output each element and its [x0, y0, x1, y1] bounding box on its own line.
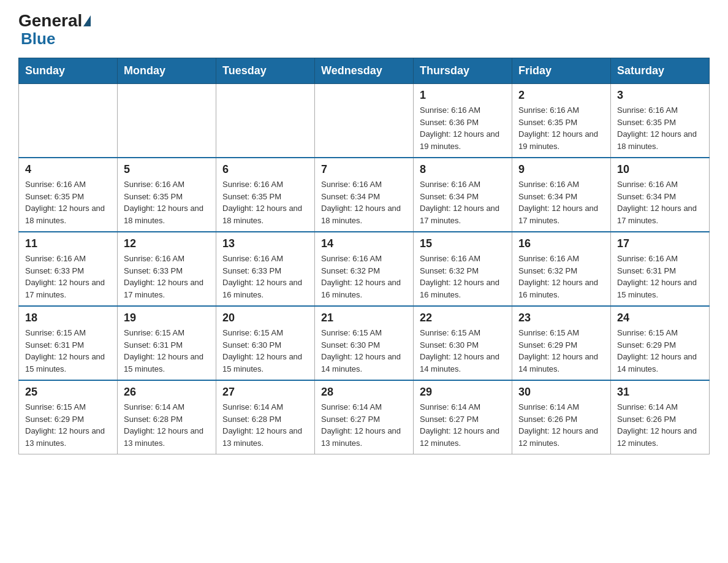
day-number: 11 [25, 237, 111, 250]
calendar-week-row: 18Sunrise: 6:15 AM Sunset: 6:31 PM Dayli… [19, 306, 710, 380]
day-number: 20 [222, 312, 308, 324]
calendar-week-row: 11Sunrise: 6:16 AM Sunset: 6:33 PM Dayli… [19, 232, 710, 306]
day-info: Sunrise: 6:15 AM Sunset: 6:31 PM Dayligh… [124, 327, 210, 375]
day-number: 12 [124, 237, 210, 250]
day-number: 10 [617, 163, 703, 176]
day-info: Sunrise: 6:14 AM Sunset: 6:27 PM Dayligh… [321, 401, 407, 449]
day-number: 7 [321, 163, 407, 176]
day-info: Sunrise: 6:16 AM Sunset: 6:34 PM Dayligh… [518, 178, 604, 226]
calendar-cell: 21Sunrise: 6:15 AM Sunset: 6:30 PM Dayli… [315, 306, 414, 380]
day-number: 13 [222, 237, 308, 250]
day-info: Sunrise: 6:15 AM Sunset: 6:30 PM Dayligh… [222, 327, 308, 375]
day-number: 14 [321, 237, 407, 250]
day-number: 6 [222, 163, 308, 176]
col-header-wednesday: Wednesday [315, 58, 414, 84]
col-header-monday: Monday [118, 58, 216, 84]
calendar-week-row: 25Sunrise: 6:15 AM Sunset: 6:29 PM Dayli… [19, 380, 710, 454]
calendar-cell: 18Sunrise: 6:15 AM Sunset: 6:31 PM Dayli… [19, 306, 118, 380]
calendar-cell: 14Sunrise: 6:16 AM Sunset: 6:32 PM Dayli… [315, 232, 414, 306]
calendar-cell: 22Sunrise: 6:15 AM Sunset: 6:30 PM Dayli… [414, 306, 512, 380]
calendar-cell: 27Sunrise: 6:14 AM Sunset: 6:28 PM Dayli… [216, 380, 315, 454]
calendar-cell: 5Sunrise: 6:16 AM Sunset: 6:35 PM Daylig… [118, 158, 216, 232]
day-info: Sunrise: 6:16 AM Sunset: 6:32 PM Dayligh… [321, 253, 407, 301]
header: General Blue [18, 12, 710, 47]
calendar-cell [216, 84, 315, 158]
calendar-cell [315, 84, 414, 158]
day-info: Sunrise: 6:14 AM Sunset: 6:28 PM Dayligh… [222, 401, 308, 449]
calendar-week-row: 1Sunrise: 6:16 AM Sunset: 6:36 PM Daylig… [19, 84, 710, 158]
day-info: Sunrise: 6:16 AM Sunset: 6:35 PM Dayligh… [222, 178, 308, 226]
day-info: Sunrise: 6:15 AM Sunset: 6:29 PM Dayligh… [617, 327, 703, 375]
calendar-cell: 13Sunrise: 6:16 AM Sunset: 6:33 PM Dayli… [216, 232, 315, 306]
day-info: Sunrise: 6:15 AM Sunset: 6:31 PM Dayligh… [25, 327, 111, 375]
col-header-sunday: Sunday [19, 58, 118, 84]
calendar-cell: 28Sunrise: 6:14 AM Sunset: 6:27 PM Dayli… [315, 380, 414, 454]
calendar-cell: 9Sunrise: 6:16 AM Sunset: 6:34 PM Daylig… [512, 158, 611, 232]
logo-triangle-icon [83, 15, 91, 26]
calendar-cell [19, 84, 118, 158]
day-info: Sunrise: 6:16 AM Sunset: 6:35 PM Dayligh… [124, 178, 210, 226]
day-number: 25 [25, 386, 111, 399]
calendar-cell: 1Sunrise: 6:16 AM Sunset: 6:36 PM Daylig… [414, 84, 512, 158]
day-number: 19 [124, 312, 210, 324]
logo-general-text: General [18, 11, 82, 30]
day-info: Sunrise: 6:14 AM Sunset: 6:26 PM Dayligh… [518, 401, 604, 449]
day-number: 15 [420, 237, 506, 250]
calendar-cell: 31Sunrise: 6:14 AM Sunset: 6:26 PM Dayli… [611, 380, 710, 454]
day-info: Sunrise: 6:14 AM Sunset: 6:28 PM Dayligh… [124, 401, 210, 449]
calendar-cell: 23Sunrise: 6:15 AM Sunset: 6:29 PM Dayli… [512, 306, 611, 380]
day-info: Sunrise: 6:16 AM Sunset: 6:33 PM Dayligh… [25, 253, 111, 301]
day-info: Sunrise: 6:16 AM Sunset: 6:34 PM Dayligh… [321, 178, 407, 226]
calendar-week-row: 4Sunrise: 6:16 AM Sunset: 6:35 PM Daylig… [19, 158, 710, 232]
day-number: 16 [518, 237, 604, 250]
day-number: 5 [124, 163, 210, 176]
day-number: 27 [222, 386, 308, 399]
calendar-cell: 16Sunrise: 6:16 AM Sunset: 6:32 PM Dayli… [512, 232, 611, 306]
calendar-cell: 6Sunrise: 6:16 AM Sunset: 6:35 PM Daylig… [216, 158, 315, 232]
day-number: 22 [420, 312, 506, 324]
calendar-cell: 11Sunrise: 6:16 AM Sunset: 6:33 PM Dayli… [19, 232, 118, 306]
calendar-table: SundayMondayTuesdayWednesdayThursdayFrid… [18, 58, 710, 454]
calendar-cell: 4Sunrise: 6:16 AM Sunset: 6:35 PM Daylig… [19, 158, 118, 232]
calendar-cell: 3Sunrise: 6:16 AM Sunset: 6:35 PM Daylig… [611, 84, 710, 158]
day-info: Sunrise: 6:16 AM Sunset: 6:34 PM Dayligh… [617, 178, 703, 226]
calendar-cell: 30Sunrise: 6:14 AM Sunset: 6:26 PM Dayli… [512, 380, 611, 454]
day-number: 31 [617, 386, 703, 399]
day-info: Sunrise: 6:16 AM Sunset: 6:35 PM Dayligh… [617, 104, 703, 152]
logo-top: General [18, 12, 91, 29]
day-info: Sunrise: 6:15 AM Sunset: 6:29 PM Dayligh… [518, 327, 604, 375]
day-number: 3 [617, 89, 703, 102]
day-number: 4 [25, 163, 111, 176]
day-info: Sunrise: 6:16 AM Sunset: 6:36 PM Dayligh… [420, 104, 506, 152]
day-number: 17 [617, 237, 703, 250]
day-number: 9 [518, 163, 604, 176]
day-number: 28 [321, 386, 407, 399]
day-info: Sunrise: 6:16 AM Sunset: 6:32 PM Dayligh… [518, 253, 604, 301]
day-number: 8 [420, 163, 506, 176]
calendar-cell [118, 84, 216, 158]
calendar-cell: 25Sunrise: 6:15 AM Sunset: 6:29 PM Dayli… [19, 380, 118, 454]
day-info: Sunrise: 6:16 AM Sunset: 6:34 PM Dayligh… [420, 178, 506, 226]
day-info: Sunrise: 6:16 AM Sunset: 6:33 PM Dayligh… [222, 253, 308, 301]
page: General Blue SundayMondayTuesdayWednesda… [0, 0, 728, 473]
logo: General Blue [18, 12, 91, 47]
day-number: 24 [617, 312, 703, 324]
day-number: 29 [420, 386, 506, 399]
calendar-cell: 19Sunrise: 6:15 AM Sunset: 6:31 PM Dayli… [118, 306, 216, 380]
calendar-cell: 12Sunrise: 6:16 AM Sunset: 6:33 PM Dayli… [118, 232, 216, 306]
day-info: Sunrise: 6:16 AM Sunset: 6:31 PM Dayligh… [617, 253, 703, 301]
day-info: Sunrise: 6:16 AM Sunset: 6:32 PM Dayligh… [420, 253, 506, 301]
day-number: 26 [124, 386, 210, 399]
calendar-cell: 26Sunrise: 6:14 AM Sunset: 6:28 PM Dayli… [118, 380, 216, 454]
calendar-cell: 10Sunrise: 6:16 AM Sunset: 6:34 PM Dayli… [611, 158, 710, 232]
calendar-cell: 20Sunrise: 6:15 AM Sunset: 6:30 PM Dayli… [216, 306, 315, 380]
col-header-friday: Friday [512, 58, 611, 84]
calendar-cell: 15Sunrise: 6:16 AM Sunset: 6:32 PM Dayli… [414, 232, 512, 306]
day-info: Sunrise: 6:15 AM Sunset: 6:30 PM Dayligh… [321, 327, 407, 375]
calendar-cell: 29Sunrise: 6:14 AM Sunset: 6:27 PM Dayli… [414, 380, 512, 454]
calendar-cell: 2Sunrise: 6:16 AM Sunset: 6:35 PM Daylig… [512, 84, 611, 158]
day-info: Sunrise: 6:14 AM Sunset: 6:26 PM Dayligh… [617, 401, 703, 449]
calendar-header-row: SundayMondayTuesdayWednesdayThursdayFrid… [19, 58, 710, 84]
col-header-saturday: Saturday [611, 58, 710, 84]
calendar-cell: 8Sunrise: 6:16 AM Sunset: 6:34 PM Daylig… [414, 158, 512, 232]
